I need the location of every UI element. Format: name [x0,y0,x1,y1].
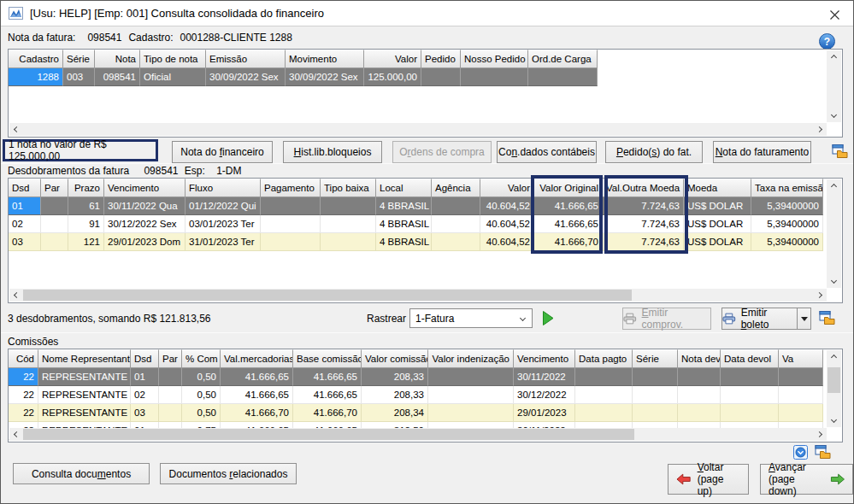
column-header[interactable]: Emissão [206,50,286,68]
rastrear-go-icon[interactable] [539,308,557,329]
column-header[interactable]: Valor indenização [428,349,514,368]
column-header[interactable]: Cadastro [9,50,63,68]
table-row[interactable]: 22REPRESENTANTE 22010,5041.666,6541.666,… [9,368,842,386]
scroll-left-icon[interactable] [9,428,22,441]
column-header[interactable]: Valor [480,179,534,197]
cell [428,386,514,404]
column-header[interactable]: Movimento [286,50,364,68]
scroll-down-icon[interactable] [827,109,841,122]
mid_grid-header-row: DsdParPrazoVencimentoFluxoPagamentoTipo … [9,179,842,197]
column-header[interactable]: Tipo baixa [321,179,376,197]
column-header[interactable]: Nosso Pedido [461,50,528,68]
column-header[interactable]: Valor comissão [362,349,428,368]
column-header[interactable]: Prazo [68,179,104,197]
column-header[interactable]: Série [633,349,678,368]
ordens-de-compra-button[interactable]: Ordens de compra [392,141,492,163]
table-row[interactable]: 22REPRESENTANTE 22030,5041.666,7041.666,… [9,404,842,422]
desdobramentos-vscrollbar[interactable] [827,179,841,288]
column-header[interactable]: Dsd [9,179,41,197]
cell [779,386,823,404]
column-header[interactable]: Valor [364,50,421,68]
collapse-circle-icon[interactable] [792,444,808,460]
scroll-up-icon[interactable] [827,350,841,363]
vscroll-thumb[interactable] [827,367,840,393]
column-header[interactable]: Ord.de Carga [528,50,598,68]
table-row[interactable]: 22REPRESENTANTE 22020,5041.666,6541.666,… [9,386,842,404]
nota-financeiro-button[interactable]: Nota do financeiro [172,141,273,163]
column-header[interactable]: Valor Original [534,179,603,197]
grid-export-icon[interactable] [818,309,835,326]
consulta-documentos-button[interactable]: Consulta documentos [13,463,150,484]
comissoes-vscrollbar[interactable] [827,350,841,427]
scroll-right-icon[interactable] [814,289,827,302]
scroll-left-icon[interactable] [9,123,22,136]
column-header[interactable]: Va [779,349,823,368]
column-header[interactable]: Cód [9,349,38,368]
avancar-button[interactable]: Avançar (page down) [760,464,853,495]
rastrear-select[interactable]: 1-Fatura [409,308,533,328]
scroll-down-icon[interactable] [827,414,841,427]
column-header[interactable]: Moeda [684,179,751,197]
voltar-button[interactable]: Voltar (page up) [668,464,749,495]
column-header[interactable]: Pagamento [261,179,321,197]
scroll-up-icon[interactable] [827,50,841,63]
cell: 41.666,65 [221,386,293,404]
scroll-right-icon[interactable] [814,123,827,136]
column-header[interactable]: Nota [95,50,140,68]
documentos-relacionados-button[interactable]: Documentos relacionados [160,463,297,484]
con-dados-contabeis-button[interactable]: Con.dados contábeis [497,141,597,163]
column-header[interactable]: Val.mercadorias [221,349,293,368]
table-row[interactable]: 1288003098541Oficial30/09/2022 Sex30/09/… [9,68,842,86]
column-header[interactable]: Tipo de nota [140,50,206,68]
column-header[interactable]: Vencimento [514,349,575,368]
column-header[interactable]: Nome Representante [38,349,131,368]
column-header[interactable]: Par [159,349,182,368]
column-header[interactable]: Fluxo [186,179,261,197]
invoice-table-vscrollbar[interactable] [827,50,841,122]
scroll-left-icon[interactable] [9,289,22,302]
cell [159,368,182,386]
hscroll-thumb[interactable] [23,290,632,301]
column-header[interactable]: Vencimento [104,179,186,197]
nota-do-faturamento-button[interactable]: Nota do faturamento [713,141,811,163]
column-header[interactable]: Data devol [721,349,779,368]
emitir-comprovante-button[interactable]: Emitir comprov. [622,308,711,330]
scroll-down-icon[interactable] [827,275,841,288]
desdobramentos-hscrollbar[interactable] [9,289,827,302]
desdobramentos-bar: Desdobramentos da fatura 098541 Esp: 1-D… [8,165,242,177]
column-header[interactable]: Val.Outra Moeda [603,179,684,197]
invoice-table-hscrollbar[interactable] [9,123,827,136]
help-icon[interactable]: ? [819,33,835,50]
table-row[interactable]: 029130/12/2022 Sex03/01/2023 Ter4 BBRASI… [9,215,842,233]
column-header[interactable]: Par [41,179,68,197]
red-left-arrow-icon [676,472,692,486]
column-header[interactable]: Dsd [131,349,159,368]
table-row[interactable]: 0312129/01/2023 Dom31/01/2023 Ter4 BBRAS… [9,233,842,251]
grid-export-icon[interactable] [814,443,831,460]
column-header[interactable]: Data pagto [575,349,633,368]
cell: 4 BBRASIL [376,215,432,233]
column-header[interactable]: Nota dev. [678,349,721,368]
table-row[interactable]: 016130/11/2022 Qua01/12/2022 Qui4 BBRASI… [9,197,842,215]
column-header[interactable]: Agência [432,179,480,197]
column-header[interactable]: Local [376,179,432,197]
comissoes-hscrollbar[interactable] [9,428,827,441]
column-header[interactable]: Série [63,50,95,68]
hscroll-thumb[interactable] [23,429,634,440]
column-header[interactable]: Taxa na emissão [751,179,823,197]
cell: 40.604,52 [480,215,534,233]
pedidos-do-fat-button[interactable]: Pedido(s) do fat. [605,141,703,163]
emitir-boleto-dropdown-button[interactable] [798,308,811,330]
column-header[interactable]: Pedido [421,50,461,68]
emitir-boleto-button[interactable]: Emitir boleto [721,308,798,330]
invoice-info-bar: Nota da fatura: 098541 Cadastro: 0001288… [1,27,853,48]
cell: 29/01/2023 Dom [104,233,186,251]
scroll-right-icon[interactable] [814,428,827,441]
grid-export-icon[interactable] [831,143,848,160]
scroll-up-icon[interactable] [827,179,841,192]
close-icon[interactable] [824,6,845,23]
comissoes-table: CódNome RepresentanteDsdPar% ComVal.merc… [8,349,843,442]
column-header[interactable]: Base comissão [293,349,362,368]
hist-lib-bloqueios-button[interactable]: Hist.lib.bloqueios [283,141,382,163]
column-header[interactable]: % Com [182,349,221,368]
